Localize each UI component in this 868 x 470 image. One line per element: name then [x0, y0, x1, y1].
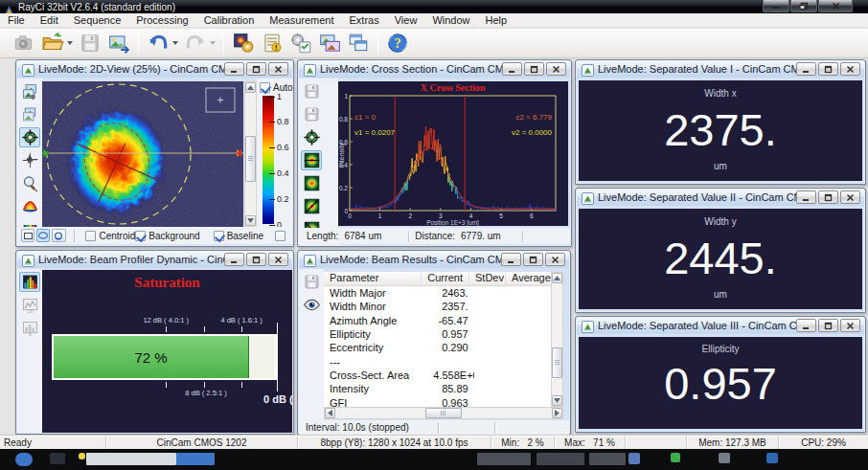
2d-view-titlebar[interactable]: LiveMode: 2D-View (25%) - CinCam CMOS 12…	[17, 60, 292, 78]
beam-results-titlebar[interactable]: LiveMode: Beam Results - CinCam CMOS 120…	[299, 251, 569, 268]
export-image-button[interactable]	[104, 31, 133, 56]
options-button[interactable]	[286, 31, 315, 56]
column-parameter[interactable]: Parameter	[324, 272, 421, 285]
cross-crosshair-target-icon[interactable]	[301, 127, 322, 147]
menu-item[interactable]: Extras	[342, 13, 387, 27]
taskbar-window-button[interactable]	[477, 453, 531, 465]
2d-beam-canvas[interactable]	[42, 81, 243, 227]
maximize-button[interactable]	[246, 253, 266, 266]
dynamic-levels-dim-icon[interactable]: 16	[19, 295, 40, 315]
scroll-thumb[interactable]	[552, 347, 562, 378]
taskbar-window-button[interactable]	[86, 453, 176, 465]
background-checkbox[interactable]: Background	[135, 231, 199, 241]
taskbar-icon[interactable]	[628, 453, 640, 464]
restore-button[interactable]	[790, 0, 817, 12]
maximize-button[interactable]	[524, 62, 544, 76]
scroll-thumb[interactable]	[245, 136, 256, 182]
checkbox-box[interactable]	[135, 231, 146, 241]
scroll-up-icon[interactable]	[552, 273, 562, 283]
scroll-right-icon[interactable]	[552, 408, 562, 418]
cross-xsec-diag-icon[interactable]	[301, 196, 322, 216]
maximize-button[interactable]	[246, 62, 266, 76]
menu-item[interactable]: Calibration	[196, 13, 263, 27]
close-button[interactable]	[545, 253, 565, 266]
checkbox-box[interactable]	[275, 231, 286, 241]
menu-item[interactable]: View	[387, 13, 425, 27]
dynamic-levels-dim2-icon[interactable]: 8	[19, 318, 40, 338]
taskbar-window-button[interactable]	[176, 453, 215, 465]
centroid-checkbox[interactable]: Centroid	[85, 231, 135, 241]
beam-profiler-titlebar[interactable]: LiveMode: Beam Profiler Dynamic - CinCam…	[17, 251, 292, 268]
save-button[interactable]	[76, 31, 104, 56]
view2d-beam-3d-icon[interactable]	[19, 196, 40, 216]
baseline-checkbox[interactable]: Baseline	[214, 231, 263, 241]
gallery-button[interactable]	[315, 31, 344, 56]
table-row[interactable]: Ellipticity 0.957	[324, 327, 551, 341]
scroll-up-icon[interactable]	[245, 82, 256, 93]
separated-value-3-titlebar[interactable]: LiveMode: Separated Value III - CinCam C…	[577, 317, 864, 334]
maximize-button[interactable]	[818, 319, 838, 332]
dropdown-arrow-icon[interactable]	[67, 41, 73, 45]
table-row[interactable]: Intensity 85.89	[324, 382, 551, 395]
extra-checkbox[interactable]	[275, 231, 288, 241]
column-current[interactable]: Current	[421, 272, 468, 285]
close-button[interactable]	[268, 253, 288, 266]
taskbar-window-button[interactable]	[589, 453, 626, 465]
minimize-button[interactable]	[501, 253, 521, 266]
2d-view-vscrollbar[interactable]	[244, 81, 257, 227]
column-stdev[interactable]: StDev	[468, 272, 505, 285]
beam-results-table[interactable]: Parameter Current StDev Average Width Ma…	[324, 272, 551, 407]
menu-item[interactable]: Help	[478, 13, 515, 27]
menu-item[interactable]: Window	[424, 13, 477, 27]
menu-item[interactable]: Processing	[128, 13, 195, 27]
view2d-profile-line-icon[interactable]	[19, 150, 40, 170]
results-vscrollbar[interactable]	[551, 272, 563, 407]
cross-xsec-h-icon[interactable]	[301, 150, 322, 170]
dropdown-arrow-icon[interactable]	[172, 41, 178, 45]
results-floppy-dim-icon[interactable]	[301, 272, 322, 292]
column-average[interactable]: Average	[505, 272, 551, 285]
results-eye-icon[interactable]	[301, 295, 322, 315]
cross-floppy-dim-icon[interactable]	[301, 81, 322, 101]
cross-xsec-beam-icon[interactable]	[301, 173, 322, 193]
scroll-down-icon[interactable]	[552, 395, 562, 406]
view2d-crosshair-target-icon[interactable]	[19, 127, 40, 147]
table-row[interactable]: GFI 0.963	[324, 395, 551, 407]
table-row[interactable]: Eccentricity 0.290	[324, 341, 551, 354]
view2d-save-image-icon[interactable]	[19, 81, 40, 101]
minimize-button[interactable]	[796, 62, 816, 76]
camera-button[interactable]	[10, 31, 38, 56]
table-row[interactable]: Azimuth Angle -65.47	[324, 314, 551, 327]
dropdown-arrow-icon[interactable]	[210, 41, 216, 45]
help-button[interactable]: ?	[383, 31, 412, 56]
checkbox-box[interactable]	[214, 231, 224, 241]
cross-section-plot[interactable]: X Cross Section 0 1 2 3 4 5 6 0 0.2 0.4 …	[338, 81, 568, 226]
roi-ellipse-button[interactable]	[36, 229, 50, 242]
close-button[interactable]	[268, 62, 288, 76]
windows-taskbar[interactable]	[0, 449, 868, 470]
close-button[interactable]	[840, 190, 860, 204]
taskbar-icon[interactable]	[79, 453, 85, 459]
separated-value-2-titlebar[interactable]: LiveMode: Separated Value II - CinCam CM…	[577, 189, 864, 206]
roi-rectangle-button[interactable]	[21, 229, 34, 242]
menu-item[interactable]: Measurement	[262, 13, 341, 27]
cross-section-titlebar[interactable]: LiveMode: Cross Section - CinCam CMOS 12…	[299, 60, 570, 78]
minimize-button[interactable]	[796, 319, 816, 332]
scroll-thumb[interactable]	[425, 408, 462, 418]
table-row[interactable]: Width Minor 2357.	[324, 300, 551, 313]
undo-button[interactable]	[144, 31, 181, 56]
taskbar-icon[interactable]	[50, 453, 65, 464]
table-row[interactable]: ---	[324, 354, 551, 368]
taskbar-icon[interactable]	[719, 453, 730, 463]
checkbox-box[interactable]	[260, 82, 270, 93]
taskbar-icon[interactable]	[766, 453, 778, 463]
cascade-windows-button[interactable]	[344, 31, 373, 56]
checkbox-box[interactable]	[85, 231, 96, 241]
menu-item[interactable]: Edit	[33, 13, 66, 27]
minimize-button[interactable]	[763, 0, 789, 12]
menu-item[interactable]: File	[0, 13, 33, 27]
minimize-button[interactable]	[224, 253, 244, 266]
sequence-button[interactable]	[229, 31, 258, 56]
scroll-down-icon[interactable]	[245, 215, 256, 226]
close-button[interactable]	[840, 62, 860, 76]
